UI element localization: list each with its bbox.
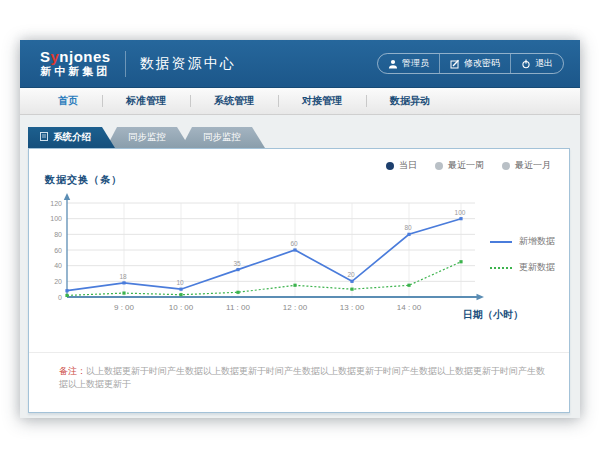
footnote-text: 以上数据更新于时间产生数据以上数据更新于时间产生数据以上数据更新于时间产生数据以… bbox=[59, 366, 545, 389]
header-divider bbox=[125, 51, 126, 77]
data-point bbox=[350, 288, 353, 291]
y-tick-label: 100 bbox=[50, 215, 62, 222]
data-point bbox=[293, 284, 296, 287]
tab-label: 同步监控 bbox=[128, 131, 166, 144]
document-icon bbox=[40, 132, 48, 143]
radio-label: 当日 bbox=[399, 159, 417, 172]
x-tick-label: 12 : 00 bbox=[283, 303, 308, 312]
app-header: Synjones 新中新集团 数据资源中心 管理员修改密码退出 bbox=[20, 40, 580, 88]
time-filter-2[interactable]: 最近一周 bbox=[435, 159, 484, 172]
data-point-label: 80 bbox=[404, 224, 412, 231]
footnote-label: 备注： bbox=[59, 366, 86, 376]
brand-name: Synjones bbox=[40, 49, 111, 65]
user-icon bbox=[388, 59, 398, 69]
radio-icon bbox=[502, 162, 510, 170]
data-point bbox=[179, 293, 182, 296]
nav-item-3[interactable]: 系统管理 bbox=[190, 88, 278, 114]
header-actions: 管理员修改密码退出 bbox=[377, 53, 564, 74]
data-point-label: 35 bbox=[233, 260, 241, 267]
data-point bbox=[459, 260, 462, 263]
nav-item-5[interactable]: 数据异动 bbox=[366, 88, 454, 114]
main-nav: 首页标准管理系统管理对接管理数据异动 bbox=[20, 88, 580, 115]
tab-label: 系统介绍 bbox=[53, 131, 91, 144]
data-point bbox=[65, 289, 68, 292]
tab-label: 同步监控 bbox=[203, 131, 241, 144]
data-point bbox=[236, 291, 239, 294]
data-point-label: 20 bbox=[347, 271, 355, 278]
data-point-label: 18 bbox=[119, 273, 127, 280]
legend-item-2: 更新数据 bbox=[490, 261, 555, 274]
power-icon bbox=[521, 59, 531, 69]
legend-line-sample bbox=[490, 267, 512, 269]
x-tick-label: 14 : 00 bbox=[397, 303, 422, 312]
y-tick-label: 120 bbox=[50, 200, 62, 207]
y-tick-label: 40 bbox=[54, 262, 62, 269]
data-point bbox=[407, 284, 410, 287]
data-point bbox=[407, 233, 410, 236]
legend-label: 新增数据 bbox=[519, 235, 555, 248]
y-tick-label: 0 bbox=[58, 294, 62, 301]
radio-label: 最近一月 bbox=[515, 159, 551, 172]
header-action-label: 退出 bbox=[535, 57, 553, 70]
header-action-label: 修改密码 bbox=[464, 57, 500, 70]
x-tick-label: 11 : 00 bbox=[226, 303, 250, 312]
y-axis-arrow bbox=[64, 193, 70, 200]
nav-item-4[interactable]: 对接管理 bbox=[278, 88, 366, 114]
tab-2[interactable]: 同步监控 bbox=[106, 127, 190, 148]
y-axis-title: 数据交换（条） bbox=[45, 173, 122, 187]
chart-panel: 当日最近一周最近一月 数据交换（条） 0204060801001209 : 00… bbox=[28, 148, 570, 413]
power-button[interactable]: 退出 bbox=[510, 54, 563, 73]
data-point bbox=[122, 281, 125, 284]
company-logo: Synjones 新中新集团 bbox=[40, 49, 111, 77]
radio-label: 最近一周 bbox=[448, 159, 484, 172]
user-button[interactable]: 管理员 bbox=[378, 54, 439, 73]
app-title: 数据资源中心 bbox=[140, 55, 236, 73]
y-tick-label: 60 bbox=[54, 247, 62, 254]
content-area: 系统介绍同步监控同步监控 当日最近一周最近一月 数据交换（条） 02040608… bbox=[20, 115, 580, 417]
data-point-label: 100 bbox=[455, 209, 466, 216]
data-point bbox=[350, 280, 353, 283]
y-tick-label: 80 bbox=[54, 231, 62, 238]
footnote: 备注：以上数据更新于时间产生数据以上数据更新于时间产生数据以上数据更新于时间产生… bbox=[29, 352, 569, 390]
data-point-label: 60 bbox=[290, 240, 298, 247]
time-filter-group: 当日最近一周最近一月 bbox=[386, 159, 551, 172]
x-tick-label: 13 : 00 bbox=[340, 303, 365, 312]
x-axis-arrow bbox=[477, 294, 485, 300]
edit-button[interactable]: 修改密码 bbox=[439, 54, 510, 73]
x-tick-label: 10 : 00 bbox=[169, 303, 194, 312]
tab-3[interactable]: 同步监控 bbox=[181, 127, 265, 148]
data-point bbox=[459, 217, 462, 220]
legend-item-1: 新增数据 bbox=[490, 235, 555, 248]
legend-line-sample bbox=[490, 241, 512, 243]
radio-icon bbox=[386, 162, 394, 170]
data-point bbox=[236, 268, 239, 271]
tab-1[interactable]: 系统介绍 bbox=[28, 127, 115, 148]
time-filter-1[interactable]: 当日 bbox=[386, 159, 417, 172]
edit-icon bbox=[450, 59, 460, 69]
radio-icon bbox=[435, 162, 443, 170]
tab-row: 系统介绍同步监控同步监控 bbox=[28, 127, 265, 148]
data-point bbox=[179, 288, 182, 291]
chart-legend: 新增数据更新数据 bbox=[490, 235, 555, 287]
header-action-label: 管理员 bbox=[402, 57, 429, 70]
x-tick-label: 9 : 00 bbox=[114, 303, 135, 312]
y-tick-label: 20 bbox=[54, 278, 62, 285]
data-point-label: 10 bbox=[176, 279, 184, 286]
data-point bbox=[122, 291, 125, 294]
legend-label: 更新数据 bbox=[519, 261, 555, 274]
nav-item-1[interactable]: 首页 bbox=[34, 88, 102, 114]
data-point bbox=[293, 248, 296, 251]
data-point bbox=[65, 294, 68, 297]
company-name: 新中新集团 bbox=[40, 66, 110, 78]
app-window: Synjones 新中新集团 数据资源中心 管理员修改密码退出 首页标准管理系统… bbox=[20, 40, 580, 418]
nav-item-2[interactable]: 标准管理 bbox=[102, 88, 190, 114]
time-filter-3[interactable]: 最近一月 bbox=[502, 159, 551, 172]
x-axis-title: 日期（小时） bbox=[463, 308, 523, 322]
line-chart: 0204060801001209 : 0010 : 0011 : 0012 : … bbox=[35, 191, 487, 325]
